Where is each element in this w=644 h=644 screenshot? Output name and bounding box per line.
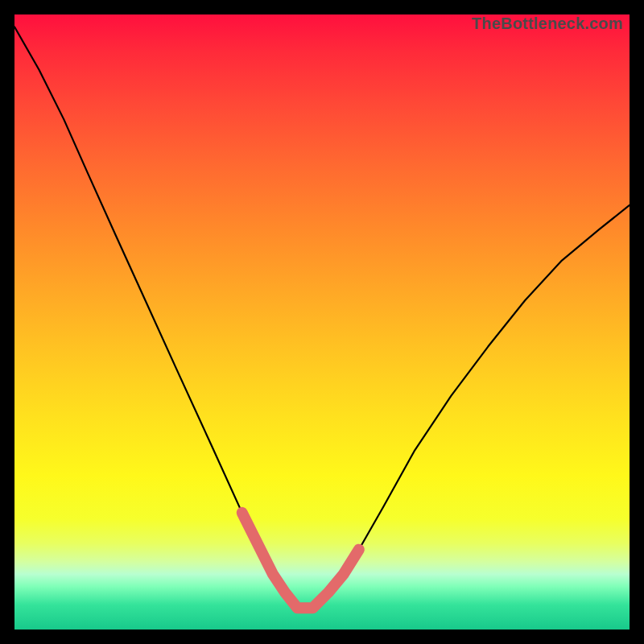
optimal-zone-path [242,513,359,608]
chart-stage: TheBottleneck.com [0,0,644,644]
plot-area: TheBottleneck.com [14,14,630,630]
chart-svg [14,14,630,630]
bottleneck-curve-path [14,27,630,608]
